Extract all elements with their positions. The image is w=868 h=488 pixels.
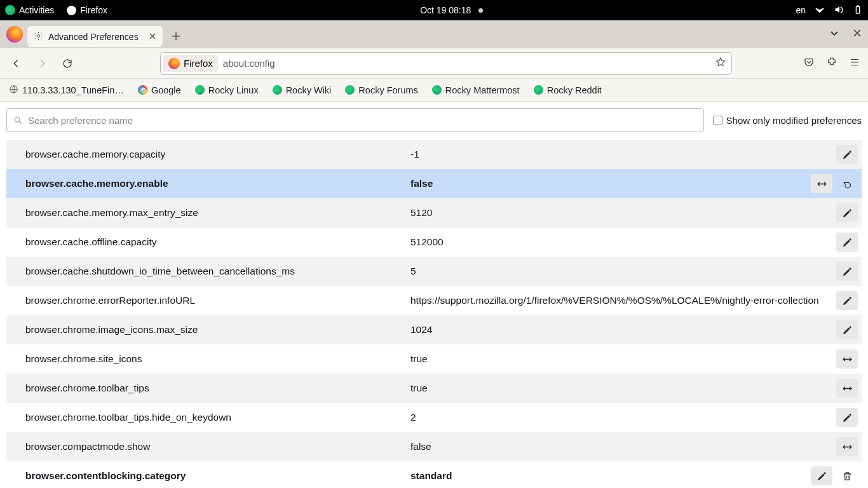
- pref-row[interactable]: browser.chrome.errorReporter.infoURLhttp…: [6, 286, 862, 315]
- pref-row[interactable]: browser.cache.memory.enablefalse: [6, 169, 862, 198]
- bookmark-item[interactable]: Rocky Wiki: [273, 85, 332, 95]
- system-tray[interactable]: en: [796, 4, 863, 17]
- pref-row[interactable]: browser.contentblocking.categorystandard: [6, 461, 862, 488]
- extensions-button[interactable]: [826, 57, 837, 71]
- pref-search-input[interactable]: [28, 115, 697, 126]
- volume-icon: [834, 4, 844, 17]
- toggle-button[interactable]: [811, 174, 832, 193]
- bookmark-label: 110.3.33.130_TuneFin…: [22, 85, 124, 95]
- url-text[interactable]: about:config: [223, 58, 710, 69]
- rocky-icon: [5, 5, 15, 15]
- pref-actions: [836, 262, 862, 281]
- delete-button[interactable]: [836, 466, 858, 485]
- pref-row[interactable]: browser.cache.shutdown_io_time_between_c…: [6, 257, 862, 286]
- bookmark-label: Rocky Reddit: [547, 85, 602, 95]
- edit-button[interactable]: [836, 203, 858, 222]
- rocky-icon: [273, 85, 282, 95]
- google-icon: G: [138, 85, 147, 95]
- reload-button[interactable]: [58, 55, 76, 72]
- pref-row[interactable]: browser.cache.memory.max_entry_size5120: [6, 198, 862, 227]
- show-only-modified-checkbox[interactable]: Show only modified preferences: [713, 115, 862, 126]
- pref-actions: [836, 320, 862, 339]
- pref-row[interactable]: browser.chrome.site_iconstrue: [6, 344, 862, 374]
- bookmark-item[interactable]: Rocky Reddit: [534, 85, 602, 95]
- pref-actions: [836, 379, 862, 398]
- bookmark-item[interactable]: G Google: [138, 85, 181, 95]
- clock[interactable]: Oct 19 08:18: [420, 5, 471, 15]
- firefox-logo-icon: [168, 58, 180, 69]
- pref-actions: [811, 466, 862, 485]
- pref-value: false: [410, 441, 836, 452]
- bookmark-star-button[interactable]: [715, 57, 726, 71]
- pref-name: browser.compactmode.show: [25, 441, 410, 452]
- pref-row[interactable]: browser.chrome.image_icons.max_size1024: [6, 315, 862, 344]
- firefox-logo-icon: [6, 26, 23, 43]
- activities-button[interactable]: Activities: [5, 5, 54, 15]
- app-menu-button[interactable]: [849, 57, 860, 71]
- pref-row[interactable]: browser.compactmode.showfalse: [6, 432, 862, 461]
- pref-actions: [836, 291, 862, 310]
- list-all-tabs-button[interactable]: [830, 29, 839, 40]
- gnome-topbar: Activities Firefox Oct 19 08:18 en: [0, 0, 868, 20]
- pref-value: true: [410, 383, 836, 394]
- globe-icon: [9, 85, 18, 96]
- tab-advanced-preferences[interactable]: Advanced Preferences: [27, 25, 163, 47]
- rocky-icon: [432, 85, 442, 95]
- pref-name: browser.contentblocking.category: [25, 470, 410, 482]
- edit-button[interactable]: [836, 291, 858, 310]
- gear-icon: [34, 31, 43, 43]
- pref-value: 5120: [410, 207, 836, 219]
- show-only-modified-label: Show only modified preferences: [726, 115, 862, 126]
- url-bar[interactable]: Firefox about:config: [160, 52, 732, 75]
- battery-icon: [853, 4, 863, 17]
- nav-toolbar: Firefox about:config: [0, 48, 868, 79]
- pref-name: browser.chrome.toolbar_tips.hide_on_keyd…: [25, 412, 410, 423]
- tab-close-button[interactable]: [149, 32, 156, 42]
- identity-label: Firefox: [184, 58, 213, 69]
- rocky-icon: [534, 85, 543, 95]
- pref-name: browser.cache.memory.capacity: [25, 149, 410, 160]
- pref-row[interactable]: browser.chrome.toolbar_tips.hide_on_keyd…: [6, 403, 862, 432]
- svg-point-2: [15, 117, 20, 122]
- bookmark-label: Rocky Linux: [208, 85, 259, 95]
- input-language[interactable]: en: [796, 5, 806, 15]
- pref-value: standard: [410, 470, 811, 482]
- toggle-button[interactable]: [836, 349, 858, 369]
- edit-button[interactable]: [836, 233, 858, 252]
- pref-name: browser.cache.memory.max_entry_size: [25, 207, 410, 219]
- back-button[interactable]: [8, 55, 25, 72]
- pref-row[interactable]: browser.cache.memory.capacity-1: [6, 140, 862, 169]
- appmenu-button[interactable]: Firefox: [67, 5, 107, 15]
- bookmark-item[interactable]: Rocky Mattermost: [432, 85, 520, 95]
- save-to-pocket-button[interactable]: [803, 57, 815, 71]
- bookmark-label: Google: [151, 85, 181, 95]
- edit-button[interactable]: [811, 466, 832, 485]
- pref-row[interactable]: browser.chrome.toolbar_tipstrue: [6, 374, 862, 403]
- bookmark-label: Rocky Mattermost: [445, 85, 520, 95]
- edit-button[interactable]: [836, 408, 858, 427]
- pref-actions: [836, 233, 862, 252]
- pref-row[interactable]: browser.cache.offline.capacity512000: [6, 227, 862, 257]
- bookmark-item[interactable]: 110.3.33.130_TuneFin…: [9, 85, 124, 96]
- bookmark-item[interactable]: Rocky Forums: [345, 85, 417, 95]
- reset-button[interactable]: [836, 174, 858, 193]
- new-tab-button[interactable]: [167, 27, 185, 45]
- pref-value: true: [410, 353, 836, 365]
- pref-list[interactable]: browser.cache.memory.capacity-1browser.c…: [0, 137, 868, 488]
- pref-actions: [811, 174, 862, 193]
- bookmark-item[interactable]: Rocky Linux: [195, 85, 259, 95]
- firefox-icon: [67, 6, 76, 15]
- forward-button: [33, 55, 51, 72]
- edit-button[interactable]: [836, 262, 858, 281]
- toggle-button[interactable]: [836, 379, 858, 398]
- pref-name: browser.chrome.site_icons: [25, 353, 410, 365]
- pref-actions: [836, 437, 862, 456]
- identity-box[interactable]: Firefox: [163, 55, 218, 72]
- pref-search-box[interactable]: [6, 108, 704, 132]
- svg-point-0: [37, 34, 40, 37]
- edit-button[interactable]: [836, 145, 858, 164]
- pref-name: browser.chrome.errorReporter.infoURL: [25, 295, 410, 306]
- window-close-button[interactable]: [853, 29, 862, 40]
- toggle-button[interactable]: [836, 437, 858, 456]
- edit-button[interactable]: [836, 320, 858, 339]
